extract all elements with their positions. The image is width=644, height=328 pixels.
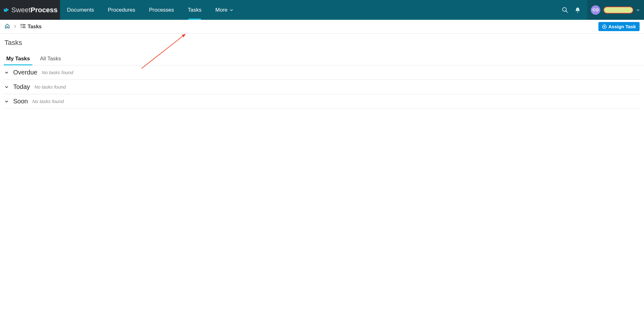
section-title: Today [13,83,30,90]
assign-task-label: Assign Task [608,24,636,29]
svg-point-1 [6,8,7,9]
tabs: My Tasks All Tasks [0,54,644,65]
chevron-down-icon [4,71,9,74]
section-overdue[interactable]: Overdue No tasks found [4,65,640,80]
page-title: Tasks [0,34,644,49]
top-nav: Documents Procedures Processes Tasks Mor… [60,0,240,20]
section-soon[interactable]: Soon No tasks found [4,94,640,109]
search-icon[interactable] [559,4,571,16]
username-redacted [603,7,633,14]
chevron-right-icon [14,25,16,29]
breadcrumb-tasks[interactable]: Tasks [20,23,42,30]
brand-process: Process [31,6,58,14]
cup-icon [3,6,10,14]
topbar: SweetProcess Documents Procedures Proces… [0,0,644,20]
tab-all-tasks[interactable]: All Tasks [40,54,61,65]
nav-tasks[interactable]: Tasks [181,0,208,20]
section-title: Overdue [13,69,37,76]
nav-processes[interactable]: Processes [142,0,181,20]
chevron-down-icon [230,7,233,13]
section-empty-text: No tasks found [34,84,66,90]
section-today[interactable]: Today No tasks found [4,80,640,94]
avatar: CO [591,5,600,15]
brand-logo[interactable]: SweetProcess [0,0,60,20]
assign-task-button[interactable]: Assign Task [598,22,640,31]
svg-point-0 [4,8,8,9]
user-menu[interactable]: CO [587,0,644,20]
nav-documents[interactable]: Documents [60,0,101,20]
svg-point-2 [563,8,566,11]
section-empty-text: No tasks found [32,99,64,104]
home-icon [4,23,10,30]
chevron-down-icon [636,7,640,13]
svg-point-10 [21,25,22,26]
brand-sweet: Sweet [11,6,31,14]
tab-my-tasks[interactable]: My Tasks [6,54,30,65]
nav-more[interactable]: More [208,0,240,20]
svg-point-11 [21,27,22,28]
section-title: Soon [13,98,28,105]
svg-point-4 [577,12,578,13]
breadcrumb-home[interactable] [4,23,10,30]
nav-procedures[interactable]: Procedures [101,0,142,20]
breadcrumb: Tasks Assign Task [0,20,644,34]
chevron-down-icon [4,85,9,89]
task-sections: Overdue No tasks found Today No tasks fo… [0,65,644,109]
svg-line-3 [566,11,568,13]
nav-more-label: More [215,7,228,13]
breadcrumb-tasks-label: Tasks [28,24,42,30]
section-empty-text: No tasks found [42,70,73,75]
plus-circle-icon [602,25,607,29]
bell-icon[interactable] [571,4,584,16]
chevron-down-icon [4,100,9,103]
tasks-list-icon [20,23,26,30]
topbar-right: CO [559,0,644,20]
